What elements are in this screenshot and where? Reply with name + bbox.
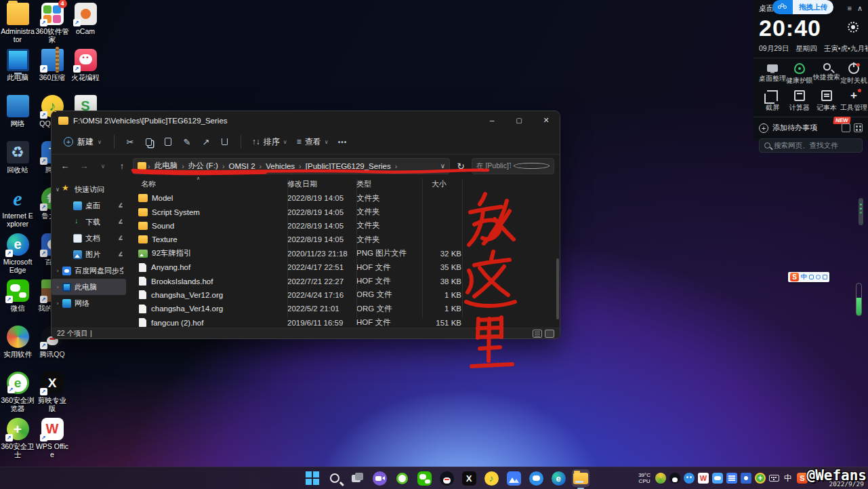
menu-icon[interactable]: ≡ <box>848 4 852 12</box>
file-row[interactable]: fangcun (2).hof2019/6/11 16:59HOF 文件151 … <box>126 316 560 330</box>
assistant-search-box[interactable]: 搜索网页、查找文件 <box>759 138 863 153</box>
paste-button[interactable] <box>159 133 177 151</box>
address-bar[interactable]: ›此电脑›办公 (F:)›OMSI 2›Vehicles›[Public]TEG… <box>133 158 450 174</box>
nav-item-百度网盘同步空间[interactable]: ›百度网盘同步空间 <box>51 262 126 279</box>
desktop-icon[interactable]: 网络 <box>1 95 35 141</box>
notes-icon[interactable] <box>842 123 850 132</box>
taskbar-360-safe-button[interactable] <box>393 469 411 487</box>
taskbar-docs-app-button[interactable] <box>505 469 522 487</box>
details-view-button[interactable] <box>533 330 542 338</box>
touch-keyboard-icon[interactable] <box>769 475 779 482</box>
nav-item-此电脑[interactable]: ›此电脑 <box>51 279 126 295</box>
nav-item-下载[interactable]: 下载 <box>51 214 126 230</box>
file-row[interactable]: changsha_Ver12.org2022/4/24 17:16ORG 文件1… <box>126 288 560 302</box>
minimize-button[interactable]: – <box>478 111 505 130</box>
nav-item-图片[interactable]: 图片 <box>51 246 126 262</box>
desktop-icon[interactable]: ↗360压缩 <box>35 49 69 95</box>
desktop-icon[interactable]: ↗oCam <box>68 3 102 49</box>
expand-chevron-icon[interactable]: › <box>53 300 62 307</box>
rename-button[interactable]: ✎ <box>178 133 196 151</box>
expand-chevron-icon[interactable]: › <box>53 284 62 290</box>
share-button[interactable]: ↗ <box>197 133 215 151</box>
file-row[interactable]: Texture2022/8/19 14:05文件夹 <box>126 233 560 246</box>
history-dropdown-button[interactable]: ∨ <box>95 158 111 174</box>
taskbar-qq-button[interactable] <box>438 469 455 487</box>
qr-grid-icon[interactable] <box>854 123 863 132</box>
address-dropdown-icon[interactable]: ∨ <box>440 162 445 170</box>
desktop-icon[interactable]: X↗剪映专业版 <box>35 372 69 418</box>
desktop-icon[interactable]: e↗Microsoft Edge <box>1 233 35 279</box>
taskbar-edge-button[interactable]: e <box>550 469 567 487</box>
desktop-icon[interactable]: ↗火花编程 <box>68 49 102 95</box>
nav-item-网络[interactable]: ›网络 <box>51 295 126 311</box>
calendar-tray-icon[interactable] <box>726 473 737 484</box>
more-button[interactable]: ••• <box>334 133 352 151</box>
new-button[interactable]: + 新建 ∨ <box>58 134 107 151</box>
file-row[interactable]: 92车牌指引2020/11/23 21:18PNG 图片文件32 KB <box>126 247 560 260</box>
sogou-input-bar[interactable]: S 中 <box>788 272 829 282</box>
file-row[interactable]: BrooksIslands.hof2022/7/21 22:27HOF 文件38… <box>126 274 560 288</box>
cpu-temp-indicator[interactable]: 39°CCPU <box>638 472 650 484</box>
assistant-tool-记事本[interactable]: 记事本 <box>813 90 840 113</box>
forward-button[interactable]: → <box>76 158 92 174</box>
up-button[interactable]: ↑ <box>114 158 130 174</box>
360-tray-icon[interactable] <box>684 473 695 484</box>
qq-tray-icon[interactable] <box>669 473 680 484</box>
ime-chinese-mode[interactable]: 中 <box>801 273 807 281</box>
assistant-tool-截屏[interactable]: 截屏 <box>759 90 786 113</box>
assistant-tool-桌面整理[interactable]: 桌面整理 <box>759 63 786 85</box>
back-button[interactable]: ← <box>57 158 73 174</box>
taskbar-meeting-app-button[interactable] <box>371 469 388 487</box>
sort-button[interactable]: ↑↓排序∨ <box>248 134 291 151</box>
taskbar-qq-music-button[interactable]: ♪ <box>482 469 500 487</box>
column-header-size[interactable]: 大小 <box>422 179 461 189</box>
breadcrumb-item[interactable]: 办公 (F:) <box>186 159 221 172</box>
desktop-icon[interactable]: ↗4360软件管家 <box>35 3 69 49</box>
ime-skin-icon[interactable] <box>823 275 827 279</box>
column-header-date[interactable]: 修改日期 <box>287 179 356 189</box>
cut-button[interactable]: ✂ <box>121 133 139 151</box>
desktop-icon[interactable]: W↗WPS Office <box>35 418 69 464</box>
ime-punctuation-icon[interactable] <box>809 275 814 279</box>
assistant-tool-快捷搜索[interactable]: 快捷搜索 <box>813 63 840 85</box>
assistant-tool-健康护眼[interactable]: 健康护眼 <box>786 63 813 85</box>
title-bar[interactable]: F:\OMSI 2\Vehicles\[Public]TEG6129_Serie… <box>51 111 560 130</box>
expand-chevron-icon[interactable]: › <box>53 268 62 274</box>
assistant-tool-定时关机[interactable]: 定时关机 <box>840 63 867 85</box>
taskbar-search-button[interactable] <box>326 469 344 487</box>
ime-emoji-icon[interactable] <box>816 275 821 279</box>
globe-icon[interactable] <box>655 473 666 484</box>
delete-button[interactable] <box>216 133 234 151</box>
search-box[interactable]: 在 [Public]TEG6129_Serie... <box>472 158 554 174</box>
view-button[interactable]: ≡查看∨ <box>293 134 333 151</box>
nav-item-快速访问[interactable]: ∨快速访问 <box>51 181 126 197</box>
taskbar-qq-browser-button[interactable] <box>527 469 545 487</box>
taskbar-task-view-button[interactable] <box>348 469 366 487</box>
taskbar-wechat-button[interactable] <box>415 469 433 487</box>
nav-item-桌面[interactable]: 桌面 <box>51 197 126 214</box>
drag-upload-button[interactable]: 拖拽上传 <box>772 0 833 14</box>
breadcrumb-item[interactable]: OMSI 2 <box>226 161 258 172</box>
maximize-button[interactable]: ▢ <box>505 111 533 130</box>
band-tray-icon[interactable]: + <box>755 473 766 484</box>
desktop-icon[interactable]: ♻回收站 <box>1 141 35 187</box>
assistant-tool-工具管理[interactable]: +工具管理 <box>840 90 867 113</box>
close-button[interactable]: ✕ <box>533 111 560 130</box>
large-icons-view-button[interactable] <box>545 330 554 338</box>
file-row[interactable]: changsha_Ver14.org2022/5/2 21:01ORG 文件1 … <box>126 302 560 315</box>
todo-row[interactable]: + 添加待办事项 NEW <box>759 123 863 133</box>
file-row[interactable]: Sound2022/8/19 14:05文件夹 <box>126 219 560 233</box>
desktop-icon[interactable]: 实用软件 <box>1 326 35 372</box>
file-row[interactable]: Anyang.hof2022/4/17 22:51HOF 文件35 KB <box>126 260 560 274</box>
weather-sun-icon[interactable] <box>848 22 859 33</box>
breadcrumb-item[interactable]: [Public]TEG6129_Series <box>303 161 394 172</box>
desktop-icon[interactable]: 此电脑 <box>1 49 35 95</box>
sogou-icon[interactable]: S <box>797 473 808 484</box>
breadcrumb-item[interactable]: Vehicles <box>263 161 297 172</box>
sidebar-handle[interactable] <box>859 198 863 225</box>
volume-level-pill[interactable] <box>856 283 862 316</box>
collapse-icon[interactable]: ∧ <box>857 4 863 13</box>
desktop-icon[interactable]: +↗360安全卫士 <box>1 418 35 464</box>
desktop-icon[interactable]: Administrator <box>1 3 35 49</box>
ime-mode-icon[interactable]: 中 <box>783 473 793 484</box>
